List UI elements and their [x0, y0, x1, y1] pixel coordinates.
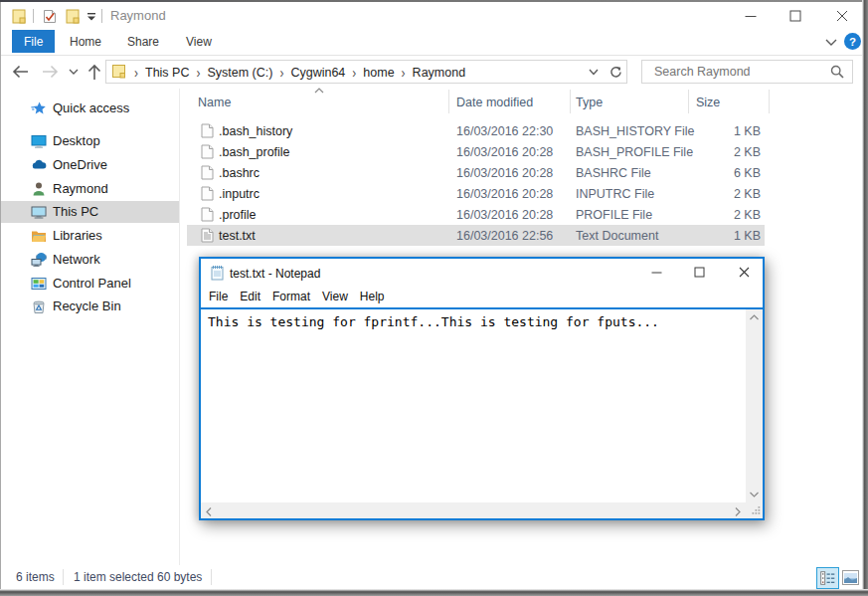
- notepad-close-button[interactable]: [729, 259, 759, 286]
- thumbnails-view-toggle[interactable]: [842, 570, 859, 585]
- address-bar[interactable]: ›This PC›System (C:)›Cygwin64›home›Raymo…: [105, 60, 607, 84]
- file-type: Text Document: [576, 229, 658, 243]
- notepad-menu-file[interactable]: File: [203, 290, 234, 303]
- sidebar-item-quick-access[interactable]: Quick access: [1, 98, 179, 119]
- notepad-minimize-button[interactable]: [641, 259, 671, 286]
- expand-ribbon-chevron-icon[interactable]: [825, 39, 837, 46]
- notepad-menu-view[interactable]: View: [316, 290, 354, 303]
- file-row-test.txt[interactable]: test.txt 16/03/2016 22:56 Text Document …: [187, 225, 765, 246]
- scroll-up-icon[interactable]: [750, 314, 759, 320]
- up-icon[interactable]: [87, 64, 101, 81]
- minimize-icon: [651, 267, 662, 278]
- column-header-type[interactable]: Type: [576, 96, 603, 109]
- sidebar-item-control-panel[interactable]: Control Panel: [1, 273, 179, 295]
- sidebar-item-label: Network: [53, 252, 100, 267]
- notepad-app-icon: [210, 265, 226, 281]
- ribbon-tab-share[interactable]: Share: [115, 30, 171, 53]
- close-icon: [836, 10, 848, 22]
- notepad-maximize-button[interactable]: [684, 259, 714, 286]
- screenshot-stage: Raymond FileHomeShareView ?: [0, 0, 868, 596]
- sidebar-item-label: Raymond: [53, 181, 108, 196]
- column-header-date[interactable]: Date modified: [456, 96, 533, 109]
- address-dropdown-icon[interactable]: [589, 69, 599, 76]
- libraries-folder-icon: [31, 228, 47, 244]
- qat-customize-icon[interactable]: [87, 13, 96, 21]
- sidebar-item-label: Desktop: [53, 133, 100, 148]
- sidebar-item-this-pc[interactable]: This PC: [1, 201, 179, 223]
- search-box[interactable]: [641, 60, 853, 84]
- file-date-modified: 16/03/2016 20:28: [456, 187, 553, 201]
- minimize-button[interactable]: [734, 2, 768, 30]
- back-icon[interactable]: [12, 65, 29, 79]
- file-size: 2 KB: [661, 208, 761, 222]
- sidebar-item-network[interactable]: Network: [1, 249, 179, 271]
- breadcrumb-item[interactable]: System (C:): [207, 66, 272, 80]
- explorer-app-icon: [12, 9, 27, 24]
- notepad-window[interactable]: test.txt - Notepad FileEditFormatViewHel…: [199, 257, 765, 520]
- column-separator[interactable]: [769, 90, 770, 113]
- close-icon: [739, 267, 750, 278]
- file-row-.inputrc[interactable]: .inputrc 16/03/2016 20:28 INPUTRC File 2…: [187, 183, 765, 204]
- notepad-menu-format[interactable]: Format: [266, 290, 316, 303]
- scroll-right-icon[interactable]: [735, 507, 741, 516]
- new-folder-icon[interactable]: [66, 9, 81, 24]
- breadcrumb: ›This PC›System (C:)›Cygwin64›home›Raymo…: [127, 63, 465, 81]
- column-separator[interactable]: [688, 90, 689, 113]
- breadcrumb-item[interactable]: This PC: [145, 66, 189, 80]
- file-size: 1 KB: [661, 124, 761, 138]
- window-shadow-bottom: [0, 589, 868, 596]
- maximize-icon: [789, 10, 801, 22]
- notepad-resize-grip[interactable]: [746, 502, 763, 518]
- breadcrumb-item[interactable]: Raymond: [413, 66, 466, 80]
- file-date-modified: 16/03/2016 22:56: [456, 229, 553, 243]
- sidebar-item-recycle-bin[interactable]: Recycle Bin: [1, 296, 179, 317]
- details-view-icon: [820, 571, 835, 585]
- properties-icon[interactable]: [43, 9, 57, 24]
- column-header-name[interactable]: Name: [198, 96, 231, 109]
- ribbon-tab-file[interactable]: File: [12, 30, 55, 53]
- sidebar-item-onedrive[interactable]: OneDrive: [1, 154, 179, 176]
- sidebar-item-raymond[interactable]: Raymond: [1, 178, 179, 200]
- notepad-text-area[interactable]: This is testing for fprintf...This is te…: [201, 309, 747, 502]
- column-separator[interactable]: [570, 90, 571, 113]
- column-separator[interactable]: [448, 90, 449, 113]
- ribbon-tab-home[interactable]: Home: [58, 30, 113, 53]
- sidebar-item-label: OneDrive: [53, 157, 107, 172]
- forward-icon[interactable]: [42, 65, 59, 79]
- breadcrumb-chevron: ›: [345, 65, 363, 81]
- notepad-vertical-scrollbar[interactable]: [746, 309, 763, 502]
- close-button[interactable]: [825, 2, 859, 30]
- notepad-title: test.txt - Notepad: [230, 267, 320, 281]
- search-icon: [830, 65, 844, 79]
- minimize-icon: [745, 10, 757, 22]
- refresh-button[interactable]: [606, 60, 627, 84]
- file-name: .profile: [219, 208, 257, 222]
- breadcrumb-chevron: ›: [395, 65, 413, 81]
- scroll-left-icon[interactable]: [206, 507, 212, 516]
- sidebar-item-libraries[interactable]: Libraries: [1, 225, 179, 247]
- refresh-icon: [609, 66, 622, 79]
- file-type: BASHRC File: [576, 166, 651, 180]
- file-type: INPUTRC File: [576, 187, 654, 201]
- notepad-menu-help[interactable]: Help: [354, 290, 391, 303]
- sidebar-item-desktop[interactable]: Desktop: [1, 130, 179, 152]
- column-header-size[interactable]: Size: [696, 96, 720, 109]
- help-icon[interactable]: ?: [844, 33, 861, 50]
- search-input[interactable]: [642, 65, 830, 79]
- breadcrumb-item[interactable]: Cygwin64: [290, 66, 345, 80]
- breadcrumb-item[interactable]: home: [363, 66, 394, 80]
- details-view-toggle[interactable]: [816, 567, 839, 589]
- file-row-.profile[interactable]: .profile 16/03/2016 20:28 PROFILE File 2…: [187, 204, 765, 225]
- selection-size: 60 bytes: [157, 570, 202, 584]
- window-border-left: [0, 2, 1, 589]
- file-row-.bashrc[interactable]: .bashrc 16/03/2016 20:28 BASHRC File 6 K…: [187, 162, 765, 183]
- ribbon-tab-view[interactable]: View: [174, 30, 224, 53]
- notepad-menu-edit[interactable]: Edit: [234, 290, 266, 303]
- scroll-down-icon[interactable]: [750, 492, 759, 497]
- maximize-button[interactable]: [779, 2, 812, 30]
- notepad-horizontal-scrollbar[interactable]: [201, 502, 746, 518]
- recycle-bin-icon: [31, 298, 47, 314]
- file-row-.bash_history[interactable]: .bash_history 16/03/2016 22:30 BASH_HIST…: [187, 120, 765, 141]
- recent-locations-icon[interactable]: [69, 69, 79, 75]
- file-row-.bash_profile[interactable]: .bash_profile 16/03/2016 20:28 BASH_PROF…: [187, 141, 765, 162]
